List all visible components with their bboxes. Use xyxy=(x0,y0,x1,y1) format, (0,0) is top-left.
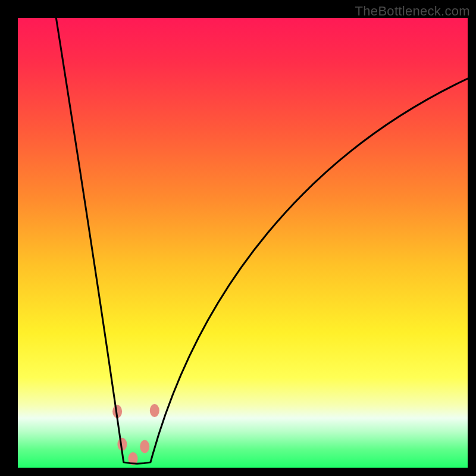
curve-layer xyxy=(18,18,468,468)
chart-frame: TheBottleneck.com xyxy=(0,0,476,476)
plot-area xyxy=(18,18,468,468)
valley-marker xyxy=(140,440,149,453)
valley-marker xyxy=(150,404,159,417)
watermark-text: TheBottleneck.com xyxy=(355,4,470,19)
bottleneck-curve xyxy=(56,18,468,464)
